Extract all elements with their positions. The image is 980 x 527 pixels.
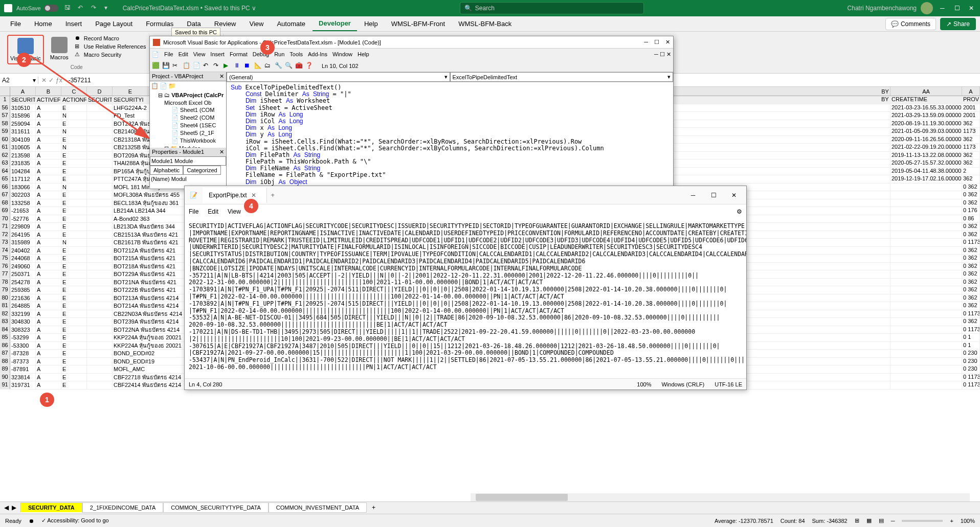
cell[interactable] (890, 358, 962, 365)
cell[interactable]: 0 362 (962, 184, 980, 191)
cell[interactable]: E (61, 334, 87, 341)
toolbox-icon[interactable]: 🧰 (295, 62, 303, 70)
cell[interactable] (87, 207, 113, 215)
cell[interactable]: A (36, 365, 61, 373)
tree-sheet5[interactable]: 📄 Sheet5 (2_1F (151, 129, 225, 137)
view-object-icon[interactable]: 📄 (160, 82, 167, 89)
run-icon[interactable]: ▶ (224, 62, 232, 70)
cell[interactable]: A (36, 302, 61, 310)
cell[interactable]: E (61, 223, 87, 231)
table-row[interactable]: 0 362 (880, 199, 980, 208)
prev-sheet-icon[interactable]: ◀ (4, 504, 9, 511)
cell[interactable]: 0 362 (962, 279, 980, 286)
cell[interactable]: 362 (962, 175, 980, 183)
cell[interactable] (87, 231, 113, 239)
row-header[interactable]: 75 (0, 255, 10, 262)
cell[interactable]: E (61, 318, 87, 326)
cell[interactable]: -87891 (10, 365, 36, 373)
cell[interactable] (87, 159, 113, 167)
undo-icon[interactable]: ↶ (203, 62, 211, 70)
tab-developer[interactable]: Developer (313, 16, 357, 31)
table-row[interactable]: 0 362 (880, 302, 980, 310)
header-cell[interactable]: BY (880, 96, 890, 104)
table-row[interactable]: 0 362 (880, 191, 980, 199)
accessibility-status[interactable]: ✓ Accessibility: Good to go (41, 517, 109, 524)
cell[interactable]: A (36, 326, 61, 334)
cell[interactable]: A (36, 270, 61, 278)
cell[interactable]: 264195 (10, 231, 36, 239)
project-icon[interactable]: 🗂 (264, 62, 273, 70)
cell[interactable]: 308323 (10, 326, 36, 334)
row-header[interactable]: 86 (0, 342, 10, 350)
cell[interactable]: A (36, 334, 61, 341)
cell[interactable]: A (36, 358, 61, 365)
user-area[interactable]: Chatri Ngambenchawong (848, 2, 933, 14)
table-row[interactable]: 2021-03-23-16.55.33.0000002001 (880, 104, 980, 112)
cell[interactable] (890, 231, 962, 239)
minimize-icon[interactable]: ─ (940, 5, 947, 12)
cell[interactable] (87, 358, 113, 365)
scroll-thumb[interactable] (476, 494, 568, 501)
cell[interactable] (87, 302, 113, 310)
vba-restore-icon[interactable]: ─ ☐ ✕ (654, 51, 671, 58)
save-icon[interactable]: 🖫 (64, 4, 73, 12)
cell[interactable]: E (61, 381, 87, 389)
notepad-title-bar[interactable]: 📝 ExportPipe.txt ✕ + ─ ☐ ✕ (185, 186, 746, 204)
table-row[interactable]: 2020-09-11-16.26.56.000000362 (880, 136, 980, 144)
cell[interactable]: A (36, 168, 61, 175)
cell[interactable] (87, 326, 113, 334)
use-relative-button[interactable]: ⊞Use Relative References (75, 43, 146, 50)
close-icon[interactable]: ✕ (725, 188, 743, 202)
cell[interactable] (87, 184, 113, 191)
table-row[interactable]: 0 230 (880, 358, 980, 366)
cell[interactable]: -53300 (10, 342, 36, 350)
row-header[interactable]: 72 (0, 231, 10, 239)
tab-wmsl-front[interactable]: WMSL-BFM-Front (385, 17, 451, 31)
cell[interactable] (87, 318, 113, 326)
cell[interactable]: E (61, 279, 87, 286)
row-header[interactable]: 68 (0, 199, 10, 207)
cell[interactable]: A (36, 152, 61, 159)
cell[interactable]: E (61, 159, 87, 167)
row-header[interactable]: 87 (0, 350, 10, 357)
props-tab-cat[interactable]: Categorized (183, 166, 220, 175)
cell[interactable]: 240402 (10, 247, 36, 255)
np-menu-file[interactable]: File (189, 208, 198, 215)
cell[interactable] (890, 263, 962, 270)
cell[interactable]: 0 1173 (962, 239, 980, 246)
autosave-toggle[interactable]: AutoSave (16, 5, 58, 12)
cell[interactable]: A (36, 381, 61, 389)
cell[interactable] (890, 302, 962, 310)
table-row[interactable]: 0 362 (880, 270, 980, 279)
search-input[interactable]: 🔍 Search (460, 2, 644, 14)
cut-icon[interactable]: ✂ (172, 62, 181, 70)
cell[interactable]: A (36, 231, 61, 239)
cell[interactable]: 304830 (10, 318, 36, 326)
tab-insert[interactable]: Insert (59, 17, 88, 31)
row-header[interactable]: 71 (0, 223, 10, 231)
cell[interactable] (87, 279, 113, 286)
row-header[interactable]: 83 (0, 318, 10, 326)
sheet-tab-investment[interactable]: COMMON_INVESTMENT_DATA (269, 502, 367, 513)
np-menu-edit[interactable]: Edit (208, 208, 218, 215)
cell[interactable] (87, 286, 113, 294)
cell[interactable]: E (61, 175, 87, 183)
cell[interactable]: E (61, 270, 87, 278)
cell[interactable]: 362 (962, 159, 980, 167)
cell[interactable] (890, 247, 962, 255)
cell[interactable]: 231835 (10, 159, 36, 167)
cell[interactable]: 0 362 (962, 199, 980, 207)
cell[interactable]: E (61, 152, 87, 159)
break-icon[interactable]: ⏸ (234, 62, 242, 70)
cell[interactable]: A (36, 310, 61, 318)
cell[interactable]: 264885 (10, 302, 36, 310)
cell[interactable]: A (36, 318, 61, 326)
cell[interactable] (890, 350, 962, 357)
tab-automate[interactable]: Automate (271, 17, 311, 31)
cell[interactable]: E (61, 310, 87, 318)
object-icon[interactable]: 🔍 (285, 62, 293, 70)
cell[interactable]: 133258 (10, 199, 36, 207)
cell[interactable]: 0 1173 (962, 374, 980, 381)
next-sheet-icon[interactable]: ▶ (12, 504, 16, 511)
cell[interactable] (890, 374, 962, 381)
